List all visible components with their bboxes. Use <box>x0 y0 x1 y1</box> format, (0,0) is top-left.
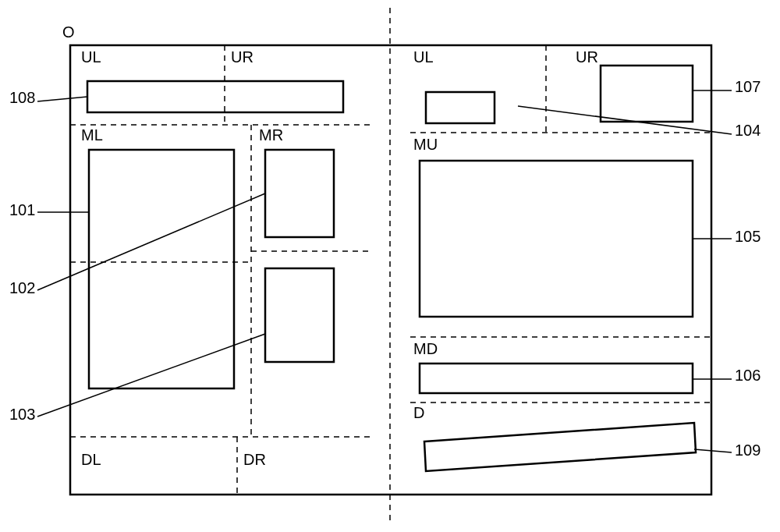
origin-label: O <box>62 23 75 41</box>
leader-102 <box>37 193 265 290</box>
callout-107: 107 <box>735 78 760 95</box>
right-md-label: MD <box>413 340 438 357</box>
left-dr-label: DR <box>243 451 266 468</box>
callout-106: 106 <box>735 367 760 384</box>
right-ur-label: UR <box>576 48 598 66</box>
leader-103 <box>37 334 265 417</box>
box-103 <box>265 268 334 362</box>
leader-104 <box>518 106 732 134</box>
right-ul-label: UL <box>413 48 434 66</box>
left-ul-label: UL <box>81 48 101 66</box>
box-106 <box>420 364 693 393</box>
left-mr-label: MR <box>259 126 283 144</box>
schematic-diagram: O UL UR ML MR DL DR UL UR MU MD D <box>0 0 780 532</box>
callout-103: 103 <box>9 406 35 423</box>
box-108 <box>87 81 343 112</box>
box-107 <box>601 66 693 122</box>
leader-108 <box>37 97 87 101</box>
callout-105: 105 <box>735 228 760 245</box>
callouts: 108 101 102 103 107 104 105 106 109 <box>9 78 760 459</box>
callout-102: 102 <box>9 279 35 296</box>
left-ur-label: UR <box>231 48 254 66</box>
right-mu-label: MU <box>413 136 438 153</box>
box-104 <box>426 92 495 123</box>
right-half: UL UR MU MD D <box>410 45 711 471</box>
right-d-label: D <box>413 404 424 421</box>
callout-108: 108 <box>9 89 35 106</box>
leader-109 <box>694 449 732 452</box>
callout-101: 101 <box>9 201 35 218</box>
left-half: UL UR ML MR DL DR <box>70 45 371 495</box>
left-ml-label: ML <box>81 126 103 144</box>
box-105 <box>420 161 693 317</box>
box-102 <box>265 150 334 237</box>
callout-109: 109 <box>735 442 760 459</box>
left-dl-label: DL <box>81 451 101 468</box>
callout-104: 104 <box>735 122 760 139</box>
box-109 <box>424 423 696 471</box>
